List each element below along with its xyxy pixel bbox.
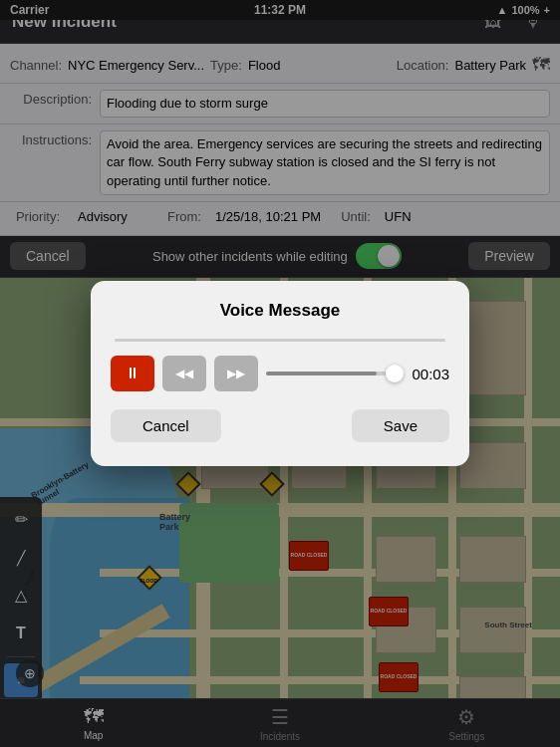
progress-bar-area: [111, 339, 449, 342]
modal-cancel-button[interactable]: Cancel: [111, 409, 221, 442]
voice-message-modal: Voice Message ⏸ ◀◀ ▶▶: [91, 281, 469, 466]
modal-title: Voice Message: [111, 301, 449, 321]
page-container: Carrier 11:32 PM ▲ 100% + New Incident 🖼…: [0, 0, 560, 747]
slider-thumb: [386, 365, 404, 382]
rewind-button[interactable]: ◀◀: [162, 356, 206, 391]
modal-action-row: Cancel Save: [111, 409, 449, 442]
playback-slider[interactable]: [266, 372, 396, 375]
modal-save-button[interactable]: Save: [352, 409, 449, 442]
forward-button[interactable]: ▶▶: [214, 356, 258, 391]
rewind-icon: ◀◀: [175, 367, 193, 380]
time-display: 00:03: [404, 366, 449, 382]
forward-icon: ▶▶: [227, 367, 245, 380]
slider-track: [266, 372, 396, 375]
controls-row: ⏸ ◀◀ ▶▶ 00:03: [111, 356, 449, 391]
pause-icon: ⏸: [125, 365, 140, 382]
pause-button[interactable]: ⏸: [111, 356, 154, 391]
progress-track: [115, 339, 445, 342]
modal-overlay: Voice Message ⏸ ◀◀ ▶▶: [0, 0, 560, 747]
slider-fill: [266, 372, 377, 375]
